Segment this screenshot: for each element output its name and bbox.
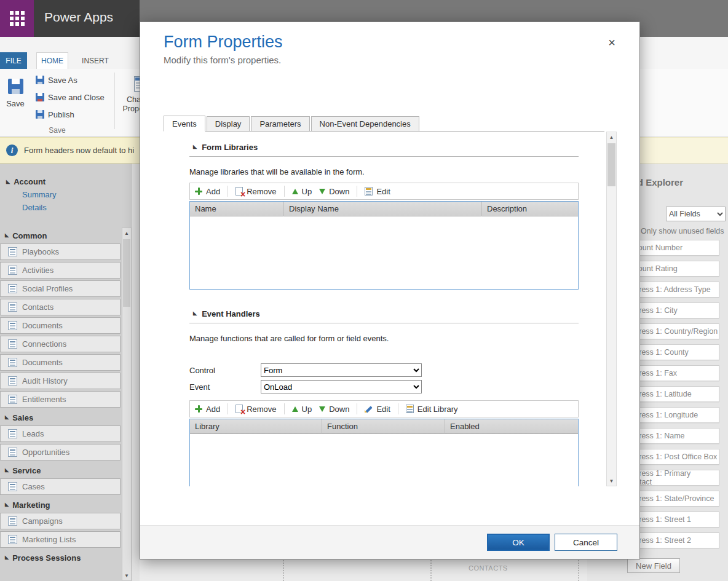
add-library-button[interactable]: Add xyxy=(195,187,220,196)
nav-section-service[interactable]: ◣ Service xyxy=(0,462,121,478)
remove-label: Remove xyxy=(247,187,276,196)
column-header-name[interactable]: Name xyxy=(190,202,284,216)
cases-icon xyxy=(8,482,17,491)
nav-item-label: Cases xyxy=(22,482,45,491)
nav-item-marketing-lists[interactable]: Marketing Lists xyxy=(0,531,121,548)
edit-handler-button[interactable]: Edit xyxy=(365,405,390,414)
collapse-icon: ◣ xyxy=(5,555,9,560)
control-select[interactable]: Form xyxy=(261,363,422,377)
control-row: Control Form xyxy=(189,363,579,377)
scroll-down-icon[interactable]: ▼ xyxy=(607,476,616,486)
save-button[interactable]: Save xyxy=(2,73,28,129)
save-and-close-button[interactable]: Save and Close xyxy=(36,91,105,103)
form-libraries-toolbar: Add Remove Up Down xyxy=(189,183,579,200)
contacts-icon xyxy=(8,302,17,312)
nav-section-label: Process Sessions xyxy=(12,553,81,563)
toolbar-separator xyxy=(284,403,285,414)
publish-button[interactable]: Publish xyxy=(36,108,105,121)
edit-library-icon xyxy=(406,405,414,413)
nav-item-audit-history[interactable]: Audit History xyxy=(0,373,121,389)
activities-icon xyxy=(8,266,17,275)
event-handlers-grid-body[interactable] xyxy=(190,434,578,486)
toolbar-separator xyxy=(398,403,398,414)
scroll-up-icon[interactable]: ▲ xyxy=(607,132,616,142)
move-handler-down-button[interactable]: Down xyxy=(319,405,349,414)
nav-item-campaigns[interactable]: Campaigns xyxy=(0,513,121,529)
tab-home[interactable]: HOME xyxy=(36,52,68,69)
save-as-button[interactable]: Save As xyxy=(36,74,105,86)
nav-item-label: Playbooks xyxy=(22,247,59,256)
nav-item-documents[interactable]: Documents xyxy=(0,317,121,334)
nav-item-documents-2[interactable]: Documents xyxy=(0,354,121,371)
column-header-enabled[interactable]: Enabled xyxy=(445,419,578,434)
toolbar-separator xyxy=(228,186,228,197)
up-arrow-icon xyxy=(292,406,298,412)
app-launcher-button[interactable] xyxy=(0,0,34,37)
dialog-tab-strip: Events Display Parameters Non-Event Depe… xyxy=(164,116,604,132)
nav-item-leads[interactable]: Leads xyxy=(0,425,121,442)
form-libraries-grid-body[interactable] xyxy=(190,216,578,289)
down-arrow-icon xyxy=(319,189,325,194)
remove-library-button[interactable]: Remove xyxy=(235,187,276,196)
nav-section-process-sessions[interactable]: ◣ Process Sessions xyxy=(0,550,121,566)
move-library-down-button[interactable]: Down xyxy=(319,187,349,196)
column-header-function[interactable]: Function xyxy=(322,419,445,434)
down-arrow-icon xyxy=(319,406,325,412)
event-select[interactable]: OnLoad xyxy=(261,380,422,393)
nav-section-common[interactable]: ◣ Common xyxy=(0,227,121,243)
nav-item-activities[interactable]: Activities xyxy=(0,262,121,279)
scroll-up-icon[interactable]: ▲ xyxy=(122,228,131,238)
publish-icon xyxy=(36,110,44,119)
column-header-library[interactable]: Library xyxy=(190,419,322,434)
nav-link-summary[interactable]: Summary xyxy=(22,190,132,199)
nav-scrollbar[interactable]: ▲ ▼ xyxy=(122,227,132,581)
pencil-icon xyxy=(365,405,373,413)
save-label: Save xyxy=(6,99,25,108)
cancel-button[interactable]: Cancel xyxy=(555,534,617,551)
column-header-display-name[interactable]: Display Name xyxy=(284,202,482,216)
move-handler-up-button[interactable]: Up xyxy=(292,405,312,414)
nav-item-entitlements[interactable]: Entitlements xyxy=(0,391,121,408)
event-handlers-toolbar: Add Remove Up Down xyxy=(189,400,579,417)
add-handler-button[interactable]: Add xyxy=(195,405,220,414)
collapse-icon: ◣ xyxy=(193,144,197,149)
tab-events[interactable]: Events xyxy=(164,116,205,132)
nav-section-marketing[interactable]: ◣ Marketing xyxy=(0,497,121,513)
tab-display[interactable]: Display xyxy=(207,116,250,131)
tab-parameters[interactable]: Parameters xyxy=(251,116,309,131)
nav-item-playbooks[interactable]: Playbooks xyxy=(0,243,121,260)
nav-item-opportunities[interactable]: Opportunities xyxy=(0,444,121,460)
nav-scrollbar-thumb[interactable] xyxy=(123,239,130,307)
edit-library-button[interactable]: Edit Library xyxy=(406,405,458,414)
edit-library-record-button[interactable]: Edit xyxy=(365,187,390,196)
move-library-up-button[interactable]: Up xyxy=(292,187,312,196)
notification-text: Form headers now default to hi xyxy=(24,146,134,155)
edit-label: Edit xyxy=(376,405,390,414)
tab-file[interactable]: FILE xyxy=(0,52,27,69)
scroll-down-icon[interactable]: ▼ xyxy=(122,571,131,580)
remove-icon xyxy=(235,405,243,413)
column-header-description[interactable]: Description xyxy=(482,202,578,216)
nav-item-contacts[interactable]: Contacts xyxy=(0,299,121,315)
form-libraries-section-header[interactable]: ◣ Form Libraries xyxy=(193,142,579,152)
nav-item-connections[interactable]: Connections xyxy=(0,336,121,352)
nav-section-sales[interactable]: ◣ Sales xyxy=(0,409,121,425)
nav-item-label: Documents xyxy=(22,321,63,330)
close-icon[interactable]: × xyxy=(605,36,619,49)
nav-item-cases[interactable]: Cases xyxy=(0,478,121,495)
nav-item-label: Connections xyxy=(22,339,66,349)
dialog-scrollbar-thumb[interactable] xyxy=(607,143,615,186)
nav-item-social-profiles[interactable]: Social Profiles xyxy=(0,280,121,297)
edit-label: Edit xyxy=(376,187,390,196)
add-icon xyxy=(195,188,202,195)
add-label: Add xyxy=(206,405,220,414)
remove-handler-button[interactable]: Remove xyxy=(235,405,276,414)
collapse-icon: ◣ xyxy=(5,415,9,420)
event-handlers-section-header[interactable]: ◣ Event Handlers xyxy=(193,309,579,318)
tab-insert[interactable]: INSERT xyxy=(77,52,113,69)
ok-button[interactable]: OK xyxy=(487,534,550,551)
dialog-scrollbar[interactable]: ▲ ▼ xyxy=(606,132,617,486)
nav-link-details[interactable]: Details xyxy=(22,203,132,212)
toolbar-separator xyxy=(228,403,228,414)
tab-non-event-dependencies[interactable]: Non-Event Dependencies xyxy=(311,116,419,131)
